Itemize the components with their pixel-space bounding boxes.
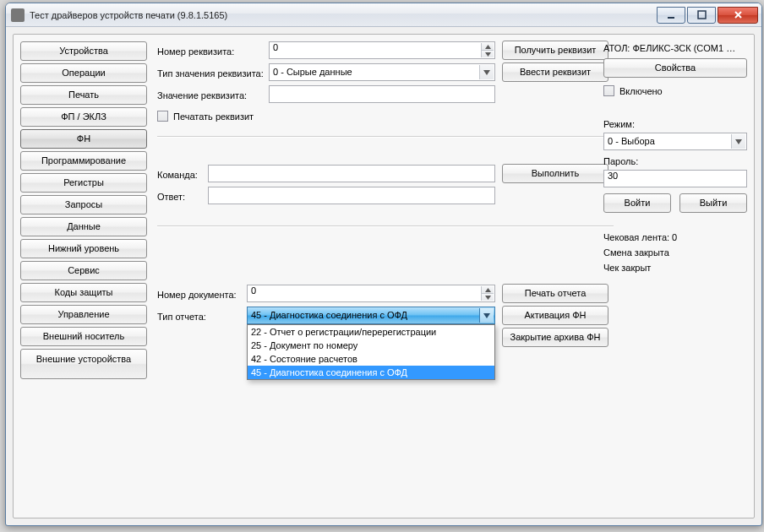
nav-print[interactable]: Печать (20, 85, 147, 105)
sidebar: Устройства Операции Печать ФП / ЭКЛЗ ФН … (20, 41, 147, 379)
req-number-spin[interactable] (481, 43, 494, 57)
separator-1 (157, 136, 614, 138)
report-type-combo[interactable]: 45 - Диагностика соединения с ОФД (247, 307, 495, 324)
mode-value: 0 - Выбора (608, 136, 655, 146)
nav-devices[interactable]: Устройства (20, 41, 147, 61)
report-type-value: 45 - Диагностика соединения с ОФД (251, 310, 407, 320)
nav-programming[interactable]: Программирование (20, 151, 147, 171)
spin-up-icon (481, 286, 494, 293)
nav-data[interactable]: Данные (20, 217, 147, 236)
close-archive-button[interactable]: Закрытие архива ФН (502, 328, 608, 347)
enabled-label: Включено (619, 86, 663, 96)
login-button[interactable]: Войти (603, 193, 671, 213)
enabled-check[interactable]: Включено (603, 84, 663, 98)
req-number-label: Номер реквизита: (157, 43, 234, 61)
app-icon (11, 8, 25, 22)
nav-fp-eklz[interactable]: ФП / ЭКЛЗ (20, 107, 147, 127)
get-requisite-button[interactable]: Получить реквизит (502, 41, 608, 60)
spin-up-icon (481, 43, 494, 50)
chevron-down-icon[interactable] (479, 65, 494, 79)
ans-label: Ответ: (157, 188, 185, 206)
client-area: Устройства Операции Печать ФП / ЭКЛЗ ФН … (13, 34, 755, 518)
req-number-input[interactable]: 0 (269, 41, 495, 59)
req-type-combo[interactable]: 0 - Сырые данные (269, 63, 495, 81)
tape-status: Чековая лента: 0 (603, 232, 677, 242)
mode-combo[interactable]: 0 - Выбора (603, 133, 747, 150)
chevron-down-icon[interactable] (479, 308, 494, 323)
window-title: Тест драйверов устройств печати (9.8.1.5… (30, 10, 657, 20)
maximize-button[interactable] (687, 7, 716, 24)
print-requisite-check[interactable]: Печатать реквизит (157, 109, 254, 123)
execute-button[interactable]: Выполнить (502, 164, 608, 183)
req-type-value: 0 - Сырые данные (273, 67, 352, 77)
titlebar[interactable]: Тест драйверов устройств печати (9.8.1.5… (6, 3, 761, 27)
dropdown-item[interactable]: 25 - Документ по номеру (248, 339, 494, 352)
print-requisite-label: Печатать реквизит (173, 111, 254, 122)
device-name: АТОЛ: ФЕЛИКС-3СК (COM1 … (603, 43, 747, 53)
doc-num-label: Номер документа: (157, 286, 237, 304)
password-value: 30 (608, 171, 618, 181)
shift-status: Смена закрыта (603, 247, 669, 258)
ans-input[interactable] (208, 187, 495, 204)
nav-protection[interactable]: Коды защиты (20, 283, 147, 302)
dropdown-item[interactable]: 22 - Отчет о регистрации/перерегистрации (248, 325, 494, 339)
req-type-label: Тип значения реквизита: (157, 65, 264, 83)
nav-external-devices[interactable]: Внешние усторойства (20, 349, 147, 379)
req-value-label: Значение реквизита: (157, 87, 247, 105)
doc-num-spin[interactable] (481, 286, 494, 301)
svg-rect-1 (698, 11, 706, 19)
req-value-input[interactable] (269, 85, 495, 103)
cheque-status: Чек закрыт (603, 263, 651, 273)
close-button[interactable] (718, 7, 758, 24)
doc-num-input[interactable]: 0 (247, 285, 495, 302)
app-window: Тест драйверов устройств печати (9.8.1.5… (5, 3, 762, 526)
report-type-dropdown[interactable]: 22 - Отчет о регистрации/перерегистрации… (247, 324, 495, 380)
nav-control[interactable]: Управление (20, 305, 147, 324)
activate-fn-button[interactable]: Активация ФН (502, 306, 608, 325)
nav-operations[interactable]: Операции (20, 63, 147, 83)
spin-down-icon (481, 50, 494, 57)
chevron-down-icon[interactable] (731, 134, 745, 149)
nav-lowlevel[interactable]: Нижний уровень (20, 239, 147, 258)
spin-down-icon (481, 293, 494, 301)
properties-button[interactable]: Свойства (603, 58, 747, 78)
cmd-input[interactable] (208, 165, 495, 182)
nav-external-media[interactable]: Внешний носитель (20, 327, 147, 346)
report-type-label: Тип отчета: (157, 308, 206, 326)
dropdown-item-selected[interactable]: 45 - Диагностика соединения с ОФД (248, 366, 494, 379)
req-number-value: 0 (273, 42, 278, 52)
mode-label: Режим: (603, 119, 635, 129)
nav-fn[interactable]: ФН (20, 129, 147, 149)
doc-num-value: 0 (251, 285, 256, 296)
nav-registers[interactable]: Регистры (20, 173, 147, 193)
password-label: Пароль: (603, 156, 638, 166)
nav-queries[interactable]: Запросы (20, 195, 147, 214)
password-input[interactable]: 30 (603, 170, 747, 187)
checkbox-icon (603, 85, 614, 96)
logout-button[interactable]: Выйти (679, 193, 747, 213)
nav-service[interactable]: Сервис (20, 261, 147, 280)
set-requisite-button[interactable]: Ввести реквизит (502, 62, 608, 82)
print-report-button[interactable]: Печать отчета (502, 284, 608, 303)
checkbox-icon (157, 111, 168, 122)
separator-2 (157, 225, 614, 227)
svg-rect-0 (668, 17, 674, 19)
minimize-button[interactable] (657, 7, 685, 24)
dropdown-item[interactable]: 42 - Состояние расчетов (248, 352, 494, 366)
cmd-label: Команда: (157, 166, 198, 184)
